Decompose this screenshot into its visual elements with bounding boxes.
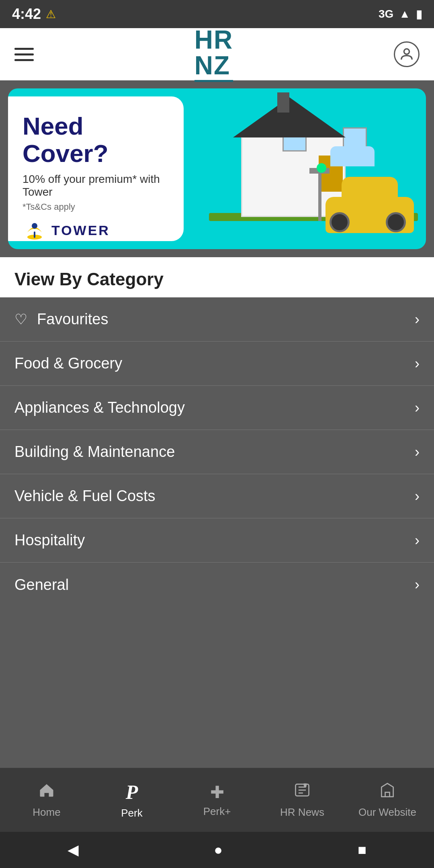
banner-heading: Need Cover? — [23, 113, 169, 167]
lamp-light — [317, 163, 326, 173]
status-right: 3G ▲ ▮ — [379, 8, 422, 21]
chevron-right-icon: › — [415, 399, 420, 416]
android-back-button[interactable]: ◀ — [68, 841, 79, 858]
warning-icon: ⚠ — [46, 8, 56, 21]
nav-item-perk[interactable]: P Perk — [100, 780, 164, 819]
logo-text: HRNZ — [194, 27, 233, 82]
car-wheel-right — [386, 212, 406, 232]
nav-item-our-website[interactable]: Our Website — [355, 781, 420, 819]
chevron-right-icon: › — [415, 444, 420, 461]
category-item-hospitality[interactable]: Hospitality › — [0, 518, 434, 563]
svg-point-3 — [32, 223, 37, 229]
nav-label-perk: Perk — [121, 807, 142, 819]
our-website-icon — [379, 781, 396, 803]
nav-label-home: Home — [33, 806, 60, 819]
category-label-appliances-technology: Appliances & Technology — [14, 399, 185, 416]
app-logo: HRNZ — [194, 27, 233, 82]
category-label-general: General — [14, 576, 69, 594]
category-item-vehicle-fuel[interactable]: Vehicle & Fuel Costs › — [0, 474, 434, 518]
category-section-title: View By Category — [14, 269, 164, 289]
car-wheel-left — [330, 212, 350, 232]
bottom-navigation: Home P Perk ✚ Perk+ N HR News Our Websit… — [0, 768, 434, 832]
category-header: View By Category — [0, 257, 434, 297]
nav-label-perk-plus: Perk+ — [203, 805, 231, 818]
nav-item-perk-plus[interactable]: ✚ Perk+ — [185, 782, 249, 818]
hr-news-icon: N — [293, 781, 311, 803]
tower-logo-icon — [23, 220, 47, 240]
category-label-favourites: Favourites — [37, 311, 108, 328]
android-nav-bar: ◀ ● ■ — [0, 832, 434, 868]
network-indicator: 3G — [379, 8, 393, 20]
nav-item-hr-news[interactable]: N HR News — [270, 781, 334, 819]
banner-ad[interactable]: Need Cover? 10% off your premium* with T… — [8, 88, 426, 249]
content-spacer — [0, 687, 434, 768]
category-label-hospitality: Hospitality — [14, 532, 85, 549]
svg-point-0 — [404, 49, 409, 54]
hamburger-menu[interactable] — [14, 48, 34, 61]
perk-icon: P — [126, 780, 138, 804]
battery-icon: ▮ — [416, 8, 422, 21]
category-item-building-maintenance[interactable]: Building & Maintenance › — [0, 430, 434, 474]
tower-logo: TOWER — [23, 220, 169, 240]
chevron-right-icon: › — [415, 311, 420, 328]
house-roof — [233, 97, 346, 137]
category-label-building-maintenance: Building & Maintenance — [14, 443, 175, 461]
status-bar: 4:42 ⚠ 3G ▲ ▮ — [0, 0, 434, 28]
svg-text:N: N — [305, 784, 306, 787]
chevron-right-icon: › — [415, 355, 420, 372]
nav-label-hr-news: HR News — [280, 806, 324, 819]
banner-terms: *Ts&Cs apply — [23, 202, 169, 212]
category-item-appliances-technology[interactable]: Appliances & Technology › — [0, 386, 434, 430]
category-list: ♡ Favourites › Food & Grocery › Applianc… — [0, 297, 434, 687]
chevron-right-icon: › — [415, 488, 420, 505]
banner-content-left: Need Cover? 10% off your premium* with T… — [8, 96, 184, 241]
banner-subtext: 10% off your premium* with Tower — [23, 173, 169, 199]
status-time: 4:42 — [12, 6, 41, 23]
android-home-button[interactable]: ● — [214, 841, 223, 858]
nav-label-our-website: Our Website — [358, 806, 416, 819]
nav-item-home[interactable]: Home — [14, 781, 79, 819]
tower-brand-name: TOWER — [51, 223, 110, 238]
svg-rect-2 — [34, 231, 35, 238]
house-chimney — [277, 92, 289, 113]
banner-illustration — [184, 88, 426, 249]
signal-icon: ▲ — [399, 8, 410, 20]
car-window — [330, 146, 375, 166]
category-label-food-grocery: Food & Grocery — [14, 355, 122, 372]
category-item-general[interactable]: General › — [0, 563, 434, 607]
category-item-favourites[interactable]: ♡ Favourites › — [0, 297, 434, 342]
app-header: HRNZ — [0, 28, 434, 80]
category-label-vehicle-fuel: Vehicle & Fuel Costs — [14, 487, 156, 505]
chevron-right-icon: › — [415, 532, 420, 549]
chevron-right-icon: › — [415, 576, 420, 593]
profile-button[interactable] — [394, 41, 420, 67]
perk-plus-icon: ✚ — [210, 782, 224, 802]
lamp-pole — [318, 173, 321, 221]
android-recents-button[interactable]: ■ — [358, 841, 366, 858]
home-icon — [38, 781, 55, 803]
category-item-food-grocery[interactable]: Food & Grocery › — [0, 342, 434, 386]
heart-icon: ♡ — [14, 311, 27, 328]
car-body — [326, 197, 414, 233]
